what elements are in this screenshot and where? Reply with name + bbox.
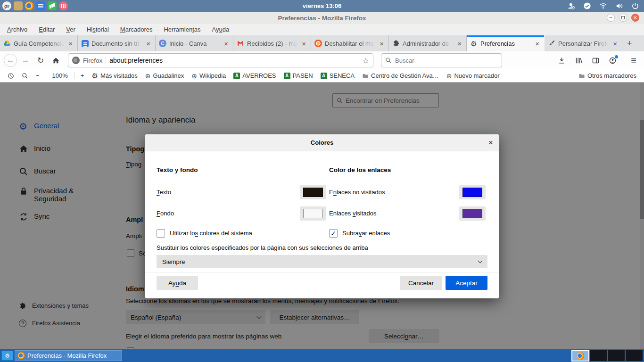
identity-firefox-icon xyxy=(72,57,80,64)
zoom-out-button[interactable]: − xyxy=(33,72,42,79)
divider xyxy=(106,57,106,65)
bookmarks-toolbar: − 100% + ⚙Más visitados ⊕Guadalinex ⊕Wik… xyxy=(0,69,644,82)
workspace-1[interactable] xyxy=(571,350,589,362)
menu-marcadores[interactable]: Marcadores xyxy=(115,24,158,35)
bookmark-star-icon[interactable]: ☆ xyxy=(363,56,369,65)
colors-dialog: Colores × Texto y fondo Color de los enl… xyxy=(145,134,499,298)
history-clock-icon[interactable] xyxy=(5,73,17,79)
library-icon[interactable] xyxy=(572,54,585,67)
override-colors-select[interactable]: Siempre xyxy=(157,255,487,268)
system-colors-checkbox[interactable] xyxy=(157,229,165,238)
background-color-swatch[interactable] xyxy=(300,206,326,221)
bookmark-averroes[interactable]: AAVERROES xyxy=(231,72,279,79)
volume-icon[interactable] xyxy=(615,2,623,10)
writer-icon[interactable] xyxy=(36,1,45,10)
close-window-button[interactable]: ✕ xyxy=(631,14,639,22)
tab-close-icon[interactable]: × xyxy=(300,40,307,48)
chart-app-icon[interactable] xyxy=(48,1,57,10)
restore-button[interactable] xyxy=(619,14,627,22)
navigation-toolbar: ← → ↻ Firefox about:preferences ☆ Buscar… xyxy=(0,51,644,69)
bookmark-mas-visitados[interactable]: ⚙Más visitados xyxy=(89,72,140,79)
dialog-close-icon[interactable]: × xyxy=(488,134,493,151)
wifi-icon[interactable] xyxy=(599,2,607,10)
menu-herramientas[interactable]: Herramientas xyxy=(158,24,206,35)
firefox-icon[interactable] xyxy=(25,1,34,10)
accept-button[interactable]: Aceptar xyxy=(446,276,487,290)
visited-links-swatch[interactable] xyxy=(459,206,486,221)
tab-close-icon[interactable]: × xyxy=(534,40,541,48)
checkmark-icon: ✓ xyxy=(330,230,336,237)
text-color-label: Texto xyxy=(157,185,171,199)
tab-label: Personalizar Firefo xyxy=(558,40,609,47)
unvisited-links-swatch[interactable] xyxy=(459,185,486,199)
identity-label: Firefox xyxy=(83,57,102,64)
help-button[interactable]: Ayuda xyxy=(157,276,198,290)
workspace-2[interactable] xyxy=(589,350,607,362)
underline-links-checkbox[interactable]: ✓ xyxy=(329,229,338,238)
downloads-icon[interactable] xyxy=(555,54,568,67)
tab-close-icon[interactable]: × xyxy=(67,40,74,48)
search-bar[interactable]: Buscar xyxy=(381,53,502,67)
url-bar[interactable]: Firefox about:preferences ☆ xyxy=(68,53,373,67)
tab-gmail[interactable]: Recibidos (2) - mai × xyxy=(233,35,311,51)
tab-close-icon[interactable]: × xyxy=(611,40,619,48)
taskbar: ⚙ Preferencias - Mozilla Firefox xyxy=(0,349,644,362)
url-text[interactable]: about:preferences xyxy=(109,57,359,64)
unvisited-links-label: Enlaces no visitados xyxy=(329,185,385,199)
tab-guia-competencia[interactable]: Guía Competencia × xyxy=(0,35,78,51)
bookmark-seneca[interactable]: ASENECA xyxy=(318,72,357,79)
menu-historial[interactable]: Historial xyxy=(82,24,114,35)
window-titlebar: Preferencias - Mozilla Firefox − ✕ xyxy=(0,12,644,24)
bookmark-folder-centro[interactable]: Centro de Gestión Ava… xyxy=(359,72,442,79)
guadalinex-icon[interactable]: gx xyxy=(2,1,11,10)
tab-close-icon[interactable]: × xyxy=(145,40,152,48)
tab-documento[interactable]: Documento sin tít × xyxy=(78,35,156,51)
bookmark-pasen[interactable]: APASEN xyxy=(281,72,316,79)
sidebars-icon[interactable] xyxy=(589,54,602,67)
firefox-icon xyxy=(577,352,584,360)
tab-close-icon[interactable]: × xyxy=(223,40,230,48)
tab-close-icon[interactable]: × xyxy=(456,40,463,48)
menu-archivo[interactable]: Archivo xyxy=(2,24,33,35)
tab-administrador[interactable]: Administrador de × xyxy=(389,35,467,51)
new-tab-button[interactable]: + xyxy=(622,35,636,51)
home-button[interactable] xyxy=(49,54,62,67)
visited-links-label: Enlaces visitados xyxy=(329,206,376,221)
reload-button[interactable]: ↻ xyxy=(34,54,47,67)
menu-editar[interactable]: Editar xyxy=(33,24,60,35)
show-desktop-icon[interactable]: ⚙ xyxy=(1,351,13,361)
zoom-level[interactable]: 100% xyxy=(50,72,71,79)
back-button[interactable]: ← xyxy=(4,54,17,67)
account-icon[interactable] xyxy=(606,54,619,67)
firefox-icon xyxy=(18,352,25,359)
tab-label: Inicio - Canva xyxy=(169,40,220,47)
other-bookmarks-folder[interactable]: Otros marcadores xyxy=(576,72,639,79)
tab-deshabilitar[interactable]: Deshabilitar el mo × xyxy=(311,35,389,51)
bookmark-nuevo-marcador[interactable]: ⊕Nuevo marcador xyxy=(444,72,503,80)
tab-canva[interactable]: C Inicio - Canva × xyxy=(156,35,233,51)
minimize-button[interactable]: − xyxy=(607,14,615,22)
text-background-section-title: Texto y fondo xyxy=(157,166,198,173)
tab-personalizar[interactable]: Personalizar Firefo × xyxy=(545,35,622,51)
find-icon[interactable] xyxy=(19,73,31,79)
search-placeholder: Buscar xyxy=(395,57,414,64)
files-icon[interactable] xyxy=(14,1,23,10)
menu-hamburger-icon[interactable]: ≡ xyxy=(627,54,640,67)
updates-ok-icon[interactable] xyxy=(583,2,591,10)
zoom-in-button[interactable]: + xyxy=(78,72,87,79)
tab-close-icon[interactable]: × xyxy=(378,40,385,48)
taskbar-window-button[interactable]: Preferencias - Mozilla Firefox xyxy=(15,350,122,361)
tab-preferencias[interactable]: ⚙ Preferencias × xyxy=(467,35,545,51)
forward-button[interactable]: → xyxy=(19,54,32,67)
user-status-icon[interactable] xyxy=(567,2,575,10)
text-color-swatch[interactable] xyxy=(300,185,326,199)
workspace-4[interactable] xyxy=(625,350,643,362)
impress-icon[interactable] xyxy=(59,1,68,10)
menu-ayuda[interactable]: Ayuda xyxy=(207,24,235,35)
cancel-button[interactable]: Cancelar xyxy=(400,276,442,290)
workspace-3[interactable] xyxy=(607,350,625,362)
menu-ver[interactable]: Ver xyxy=(61,24,81,35)
bookmark-wikipedia[interactable]: ⊕Wikipedia xyxy=(189,72,229,80)
power-icon[interactable] xyxy=(631,2,639,10)
bookmark-guadalinex[interactable]: ⊕Guadalinex xyxy=(142,72,187,80)
